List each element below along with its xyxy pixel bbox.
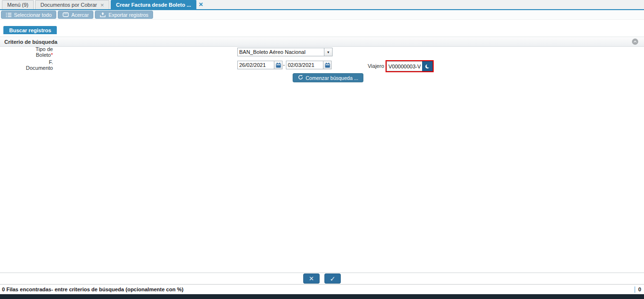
select-all-label: Seleccionar todo	[14, 12, 52, 18]
main-tab-bar: Menú (9) Documentos por Cobrar × Crear F…	[0, 0, 644, 9]
dropdown-arrow-icon[interactable]: ▾	[324, 48, 333, 56]
export-records-label: Exportar registros	[108, 12, 148, 18]
select-all-icon	[6, 13, 12, 17]
date-to-field	[286, 61, 332, 69]
select-all-button[interactable]: Seleccionar todo	[1, 11, 56, 19]
zoom-button[interactable]: Acercar	[58, 11, 93, 19]
tipo-de-boleto-combobox: ▾	[237, 48, 333, 56]
start-search-label: Comenzar búsqueda ...	[306, 75, 358, 81]
criteria-header: Criterio de búsqueda	[0, 37, 644, 47]
window-zoom-icon	[63, 12, 69, 17]
buscar-registros-label: Buscar registros	[9, 27, 51, 33]
cancel-x-icon: ×	[309, 274, 314, 283]
tab-documentos-label: Documentos por Cobrar	[40, 2, 97, 8]
status-count-divider	[634, 286, 635, 293]
f-documento-label: F. Documento	[0, 60, 53, 71]
date-from-input[interactable]	[237, 61, 274, 69]
calendar-icon[interactable]	[323, 61, 332, 69]
tab-crear-factura-label: Crear Factura desde Boleto ...	[116, 2, 191, 8]
status-message: 0 Filas encontradas- entre criterios de …	[2, 286, 183, 292]
application-window: Menú (9) Documentos por Cobrar × Crear F…	[0, 0, 644, 299]
person-search-icon[interactable]	[422, 61, 433, 71]
date-range-separator: -	[283, 62, 285, 67]
date-from-field	[237, 61, 283, 69]
export-records-button[interactable]: Exportar registros	[95, 11, 153, 19]
export-icon	[100, 12, 106, 17]
cancel-button[interactable]: ×	[303, 273, 320, 284]
zoom-label: Acercar	[71, 12, 89, 18]
status-right-group: 0	[634, 286, 641, 293]
viajero-highlight-annotation	[386, 60, 434, 72]
footer-button-bar: × ✓	[0, 273, 644, 284]
confirm-button[interactable]: ✓	[324, 273, 341, 284]
criteria-title: Criterio de búsqueda	[4, 39, 57, 45]
viajero-input[interactable]	[386, 61, 422, 71]
tab-menu[interactable]: Menú (9)	[2, 0, 34, 9]
bottom-dark-bar	[0, 294, 644, 299]
calendar-icon[interactable]	[274, 61, 283, 69]
chevron-up-circle-icon[interactable]	[632, 39, 638, 45]
required-marker: *	[51, 52, 53, 58]
tab-crear-factura-desde-boleto[interactable]: Crear Factura desde Boleto ...	[111, 0, 196, 9]
refresh-icon	[298, 75, 303, 81]
viajero-label: Viajero	[356, 63, 384, 69]
close-icon[interactable]: ×	[199, 1, 203, 7]
confirm-check-icon: ✓	[330, 275, 335, 283]
tab-menu-label: Menú (9)	[7, 2, 28, 8]
tab-buscar-registros[interactable]: Buscar registros	[3, 26, 57, 34]
tipo-de-boleto-label: Tipo de Boleto*	[0, 47, 53, 58]
tipo-de-boleto-input[interactable]	[237, 48, 324, 56]
toolbar: Seleccionar todo Acercar Exportar regist…	[0, 10, 644, 20]
tab-documentos-por-cobrar[interactable]: Documentos por Cobrar ×	[35, 0, 109, 9]
statusbar: 0 Filas encontradas- entre criterios de …	[0, 285, 644, 294]
close-icon[interactable]: ×	[100, 2, 104, 8]
start-search-button[interactable]: Comenzar búsqueda ...	[293, 73, 363, 82]
date-to-input[interactable]	[286, 61, 323, 69]
row-count: 0	[638, 286, 641, 292]
